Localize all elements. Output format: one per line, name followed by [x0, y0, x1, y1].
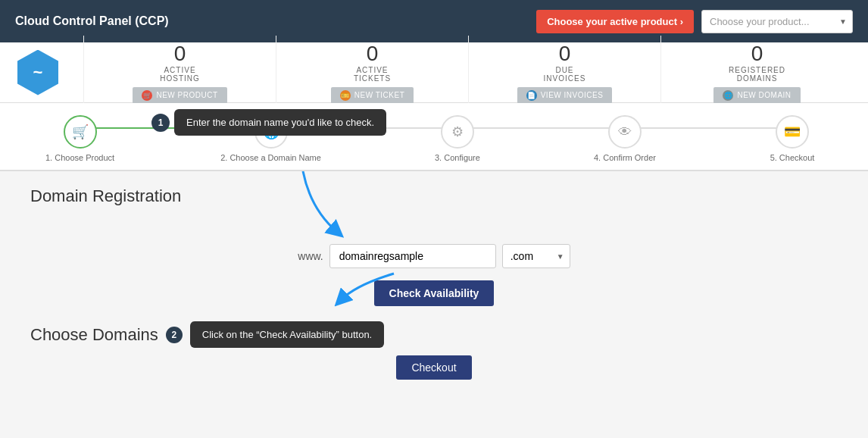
step-5-label: 5. Checkout — [770, 153, 815, 162]
tooltip-1-text: Enter the domain name you'd like to chec… — [174, 109, 386, 136]
registered-domains-count: 0 — [751, 42, 763, 66]
tld-select[interactable]: .com .net .org — [502, 244, 570, 268]
new-domain-label: NEW DOMAIN — [737, 91, 791, 99]
step-1-circle: 🛒 — [64, 115, 97, 149]
view-invoices-label: VIEW INVOICES — [541, 91, 604, 99]
active-tickets-label: ACTIVETICKETS — [354, 66, 391, 83]
check-availability-button[interactable]: Check Availability — [374, 280, 495, 306]
step-5-circle: 💳 — [776, 115, 809, 149]
product-select[interactable]: Choose your product... — [701, 10, 853, 33]
domain-row: www. .com .net .org — [30, 244, 838, 268]
main-content: Domain Registration www. .com .net .org — [0, 171, 868, 438]
active-product-button[interactable]: Choose your active product › — [536, 10, 694, 33]
choose-domains-row: Choose Domains 2 Click on the “Check Ava… — [30, 321, 838, 348]
new-product-button[interactable]: 🛒 NEW PRODUCT — [133, 87, 226, 104]
invoice-icon: 📄 — [526, 90, 537, 101]
choose-domains-title: Choose Domains — [30, 325, 158, 345]
steps-container: 🛒 1. Choose Product 🌐 2. Choose a Domain… — [0, 103, 868, 171]
tooltip-1-badge: 1 — [151, 114, 170, 132]
new-ticket-button[interactable]: 🎫 NEW TICKET — [331, 87, 414, 104]
stat-due-invoices: 0 DUEINVOICES 📄 VIEW INVOICES — [468, 36, 660, 110]
www-label: www. — [298, 250, 323, 262]
tooltip-2-text: Click on the “Check Availability” button… — [190, 321, 384, 348]
logo: ~ — [15, 50, 61, 95]
due-invoices-label: DUEINVOICES — [544, 66, 586, 83]
step-1-label: 1. Choose Product — [45, 153, 114, 162]
product-select-wrapper: Choose your product... — [701, 10, 853, 33]
due-invoices-count: 0 — [559, 42, 571, 66]
step-4-label: 4. Confirm Order — [594, 153, 656, 162]
cart-icon: 🛒 — [142, 90, 152, 101]
domain-registration-title: Domain Registration — [30, 186, 838, 206]
header-right: Choose your active product › Choose your… — [536, 10, 853, 33]
active-hosting-label: ACTIVEHOSTING — [160, 66, 200, 83]
step-3-circle: ⚙ — [441, 115, 474, 149]
domain-icon: 🌐 — [723, 90, 733, 101]
stat-registered-domains: 0 REGISTEREDDOMAINS 🌐 NEW DOMAIN — [660, 36, 853, 110]
tooltip-1-container: 1 Enter the domain name you'd like to ch… — [151, 109, 386, 136]
step-3-label: 3. Configure — [435, 153, 480, 162]
registered-domains-label: REGISTEREDDOMAINS — [729, 66, 785, 83]
view-invoices-button[interactable]: 📄 VIEW INVOICES — [517, 87, 613, 104]
checkout-button[interactable]: Checkout — [396, 355, 471, 380]
step-2-label: 2. Choose a Domain Name — [220, 153, 321, 162]
tld-select-wrapper: .com .net .org — [502, 244, 570, 268]
step-4-confirm: 👁 4. Confirm Order — [594, 115, 656, 162]
active-hosting-count: 0 — [174, 42, 186, 66]
stats-bar: ~ 0 ACTIVEHOSTING 🛒 NEW PRODUCT 0 ACTIVE… — [0, 42, 868, 103]
logo-icon: ~ — [33, 63, 43, 83]
step-3-configure: ⚙ 3. Configure — [427, 115, 488, 162]
stat-active-hosting: 0 ACTIVEHOSTING 🛒 NEW PRODUCT — [83, 36, 276, 110]
domain-input[interactable] — [329, 244, 496, 268]
step-1-choose-product: 🛒 1. Choose Product — [45, 115, 114, 162]
new-ticket-label: NEW TICKET — [354, 91, 404, 99]
step-4-circle: 👁 — [608, 115, 642, 149]
tooltip-2-badge: 2 — [166, 327, 183, 343]
new-domain-button[interactable]: 🌐 NEW DOMAIN — [713, 87, 800, 104]
app-title: Cloud Control Panel (CCP) — [15, 14, 169, 28]
stat-active-tickets: 0 ACTIVETICKETS 🎫 NEW TICKET — [276, 36, 468, 110]
new-product-label: NEW PRODUCT — [156, 91, 217, 99]
active-tickets-count: 0 — [367, 42, 379, 66]
ticket-icon: 🎫 — [340, 90, 351, 101]
step-5-checkout: 💳 5. Checkout — [762, 115, 823, 162]
